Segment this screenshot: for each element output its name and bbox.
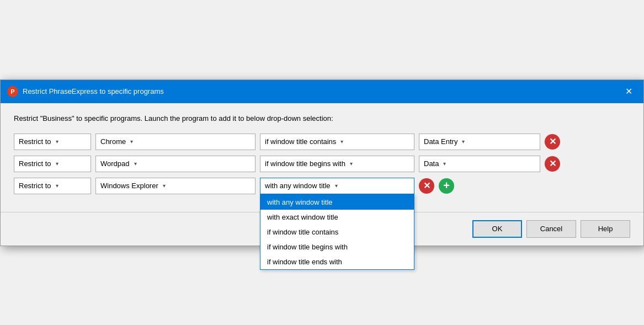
app-dropdown-3[interactable]: Windows Explorer ▾: [95, 178, 256, 194]
condition-dropdown-1[interactable]: if window title contains ▾: [260, 134, 414, 150]
chevron-down-icon: ▾: [134, 161, 137, 167]
value-dropdown-1[interactable]: Data Entry ▾: [419, 134, 540, 150]
value-dropdown-2[interactable]: Data ▾: [419, 156, 540, 172]
chevron-down-icon: ▾: [462, 138, 465, 145]
chevron-down-icon: ▾: [56, 161, 58, 167]
chevron-down-icon: ▾: [56, 183, 58, 189]
rules-area: Restrict to ▾ Chrome ▾ if window title c…: [14, 134, 630, 194]
cancel-button[interactable]: Cancel: [526, 220, 576, 238]
chevron-down-icon: ▾: [130, 138, 133, 145]
rule-row-2: Restrict to ▾ Wordpad ▾ if window title …: [14, 156, 630, 172]
delete-button-3[interactable]: ✕: [419, 178, 434, 194]
app-dropdown-1[interactable]: Chrome ▾: [95, 134, 256, 150]
dropdown-option-4[interactable]: if window title begins with: [260, 239, 414, 254]
delete-button-1[interactable]: ✕: [545, 134, 560, 150]
chevron-down-icon: ▾: [443, 161, 446, 167]
restrict-dropdown-3[interactable]: Restrict to ▾: [14, 178, 91, 194]
condition-dropdown-3[interactable]: with any window title ▾: [260, 178, 414, 194]
chevron-down-icon: ▾: [335, 183, 338, 189]
dialog-content: Restrict "Business" to specific programs…: [1, 103, 643, 212]
titlebar: P Restrict PhraseExpress to specific pro…: [1, 80, 643, 103]
condition-dropdown-2[interactable]: if window title begins with ▾: [260, 156, 414, 172]
dropdown-option-2[interactable]: with exact window title: [260, 210, 414, 225]
rule-row-3: Restrict to ▾ Windows Explorer ▾ with an…: [14, 178, 630, 194]
app-icon: P: [7, 86, 18, 97]
description-text: Restrict "Business" to specific programs…: [14, 114, 630, 122]
ok-button[interactable]: OK: [472, 220, 522, 238]
close-button[interactable]: ✕: [620, 83, 637, 100]
delete-button-2[interactable]: ✕: [545, 156, 560, 172]
rule-row-1: Restrict to ▾ Chrome ▾ if window title c…: [14, 134, 630, 150]
restrict-dropdown-2[interactable]: Restrict to ▾: [14, 156, 91, 172]
chevron-down-icon: ▾: [163, 183, 166, 189]
dropdown-option-3[interactable]: if window title contains: [260, 225, 414, 239]
chevron-down-icon: ▾: [350, 161, 353, 167]
dialog-restrict-programs: P Restrict PhraseExpress to specific pro…: [0, 79, 644, 246]
condition-dropdown-container-3: with any window title ▾ with any window …: [260, 178, 414, 194]
help-button[interactable]: Help: [581, 220, 630, 238]
app-dropdown-2[interactable]: Wordpad ▾: [95, 156, 256, 172]
chevron-down-icon: ▾: [340, 138, 343, 145]
chevron-down-icon: ▾: [56, 138, 58, 145]
dialog-title: Restrict PhraseExpress to specific progr…: [23, 87, 616, 95]
dropdown-option-1[interactable]: with any window title: [260, 195, 414, 210]
condition-dropdown-menu: with any window title with exact window …: [260, 194, 414, 270]
restrict-dropdown-1[interactable]: Restrict to ▾: [14, 134, 91, 150]
dropdown-option-5[interactable]: if window title ends with: [260, 254, 414, 269]
add-button[interactable]: +: [439, 178, 454, 194]
